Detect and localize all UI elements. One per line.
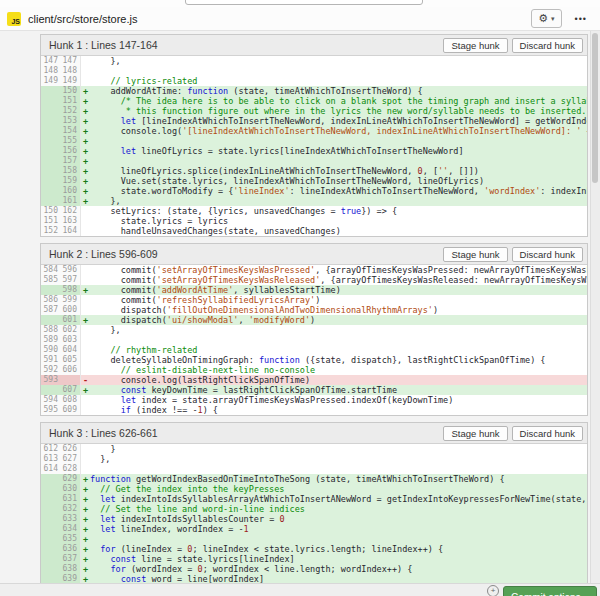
diff-line[interactable]: 152 164 handleUnsavedChanges(state, unsa… <box>41 226 587 236</box>
code-text: // rhythm-related <box>90 345 587 355</box>
diff-line[interactable]: 614 628 <box>41 464 587 474</box>
ellipsis-icon: ••• <box>575 14 587 24</box>
diff-line[interactable]: 156 + let lineOfLyrics = state.lyrics[li… <box>41 146 587 156</box>
diff-line[interactable]: 155 + <box>41 136 587 146</box>
new-line-number: 597 <box>61 275 81 285</box>
stage-hunk-button[interactable]: Stage hunk <box>443 426 507 441</box>
diff-line[interactable]: 601 + dispatch('ui/showModal', 'modifyWo… <box>41 315 587 325</box>
discard-hunk-button[interactable]: Discard hunk <box>512 38 583 53</box>
new-line-number: 605 <box>61 355 81 365</box>
diff-line[interactable]: 160 + state.wordToModify = {'lineIndex':… <box>41 186 587 196</box>
new-line-number: 633 <box>61 514 81 524</box>
code-text: commit('addWordAtTime', syllablesStartTi… <box>90 285 587 295</box>
diff-line[interactable]: 629 + function getWordIndexBasedOnTimeIn… <box>41 474 587 484</box>
more-options-button[interactable]: ••• <box>569 14 593 24</box>
add-icon[interactable]: + <box>487 585 499 596</box>
diff-line[interactable]: 585 597 commit('setArrayOfTimesKeysWasRe… <box>41 275 587 285</box>
new-line-number: 148 <box>61 66 81 76</box>
new-line-number: 600 <box>61 305 81 315</box>
diff-line[interactable]: 151 + /* The idea here is to be able to … <box>41 96 587 106</box>
old-line-number: 148 <box>41 66 61 76</box>
diff-line[interactable]: 638 + for (wordIndex = 0; wordIndex < li… <box>41 564 587 574</box>
diff-line[interactable]: 612 626 } <box>41 444 587 454</box>
diff-marker <box>81 454 90 464</box>
stage-hunk-button[interactable]: Stage hunk <box>443 247 507 262</box>
diff-line[interactable]: 593 - console.log(lastRightClickSpanOfTi… <box>41 375 587 385</box>
diff-line[interactable]: 588 602 }, <box>41 325 587 335</box>
old-line-number <box>41 474 61 484</box>
old-line-number <box>41 156 61 166</box>
diff-line[interactable]: 633 + let indexIntoIdsSyllablesCounter =… <box>41 514 587 524</box>
gear-icon: ⚙ <box>538 12 548 25</box>
diff-marker: + <box>81 494 90 504</box>
diff-marker: + <box>81 196 90 206</box>
diff-settings-button[interactable]: ⚙ ▾ <box>531 9 561 28</box>
diff-line[interactable]: 152 + * this function figure out where i… <box>41 106 587 116</box>
discard-hunk-button[interactable]: Discard hunk <box>512 426 583 441</box>
diff-line[interactable]: 613 627 }, <box>41 454 587 464</box>
diff-line[interactable]: 630 + // Get the index into the keyPress… <box>41 484 587 494</box>
code-text: } <box>90 444 587 454</box>
new-line-number: 152 <box>61 106 81 116</box>
diff-line[interactable]: 147 147 }, <box>41 56 587 66</box>
diff-line[interactable]: 158 + lineOfLyrics.splice(indexInLineAtW… <box>41 166 587 176</box>
diff-line[interactable]: 148 148 <box>41 66 587 76</box>
diff-line[interactable]: 150 162 setLyrics: (state, {lyrics, unsa… <box>41 206 587 216</box>
search-input[interactable] <box>185 0 423 5</box>
diff-line[interactable]: 607 + const keyDownTime = lastRightClick… <box>41 385 587 395</box>
diff-line[interactable]: 154 + console.log('[lineIndexAtWhichToIn… <box>41 126 587 136</box>
diff-line[interactable]: 598 + commit('addWordAtTime', syllablesS… <box>41 285 587 295</box>
diff-line[interactable]: 151 163 state.lyrics = lyrics <box>41 216 587 226</box>
diff-marker <box>81 76 90 86</box>
diff-marker: + <box>81 484 90 494</box>
diff-line[interactable]: 161 + }, <box>41 196 587 206</box>
diff-line[interactable]: 595 609 if (index !== -1) { <box>41 405 587 415</box>
old-line-number <box>41 564 61 574</box>
diff-line[interactable]: 637 + const line = state.lyrics[lineInde… <box>41 554 587 564</box>
code-text: const word = line[wordIndex] <box>90 574 587 583</box>
old-line-number <box>41 146 61 156</box>
scrollbar-thumb[interactable] <box>592 33 598 183</box>
diff-line[interactable]: 587 600 dispatch('fillOutOneDimensionalA… <box>41 305 587 315</box>
hunk-card: Hunk 3 : Lines 626-661 Stage hunk Discar… <box>40 422 588 583</box>
diff-line[interactable]: 639 + const word = line[wordIndex] <box>41 574 587 583</box>
hunk-header: Hunk 1 : Lines 147-164 Stage hunk Discar… <box>41 35 587 56</box>
new-line-number: 627 <box>61 454 81 464</box>
diff-marker <box>81 206 90 216</box>
diff-line[interactable]: 590 604 // rhythm-related <box>41 345 587 355</box>
diff-line[interactable]: 159 + Vue.set(state.lyrics, lineIndexAtW… <box>41 176 587 186</box>
diff-line[interactable]: 149 149 // lyrics-related <box>41 76 587 86</box>
new-line-number: 596 <box>61 265 81 275</box>
diff-line[interactable]: 153 + let [lineIndexAtWhichToInsertTheNe… <box>41 116 587 126</box>
old-line-number: 594 <box>41 395 61 405</box>
old-line-number <box>41 554 61 564</box>
new-line-number: 609 <box>61 405 81 415</box>
diff-marker <box>81 305 90 315</box>
commit-options-button[interactable]: Commit options... <box>503 586 597 596</box>
old-line-number: 587 <box>41 305 61 315</box>
diff-line[interactable]: 586 599 commit('refreshSyllabifiedLyrics… <box>41 295 587 305</box>
diff-line[interactable]: 592 606 // eslint-disable-next-line no-c… <box>41 365 587 375</box>
diff-line[interactable]: 636 + for (lineIndex = 0; lineIndex < st… <box>41 544 587 554</box>
diff-viewer-window: JS client/src/store/store.js ⚙ ▾ ••• Hun… <box>0 0 600 596</box>
old-line-number <box>41 166 61 176</box>
diff-line[interactable]: 594 608 let index = state.arrayOfTimesKe… <box>41 395 587 405</box>
old-line-number <box>41 116 61 126</box>
diff-line[interactable]: 157 + <box>41 156 587 166</box>
diff-line[interactable]: 634 + let lineIndex, wordIndex = -1 <box>41 524 587 534</box>
old-line-number <box>41 196 61 206</box>
diff-line[interactable]: 589 603 <box>41 335 587 345</box>
diff-line[interactable]: 584 596 commit('setArrayOfTimesKeysWasPr… <box>41 265 587 275</box>
diff-line[interactable]: 631 + let indexIntoIdsSyllablesArrayAtWh… <box>41 494 587 504</box>
discard-hunk-button[interactable]: Discard hunk <box>512 247 583 262</box>
diff-line[interactable]: 632 + // Set the line and word-in-line i… <box>41 504 587 514</box>
old-line-number: 614 <box>41 464 61 474</box>
diff-line[interactable]: 591 605 deleteSyllableOnTimingGraph: fun… <box>41 355 587 365</box>
diff-line[interactable]: 150 + addWordAtTime: function (state, ti… <box>41 86 587 96</box>
diff-line[interactable]: 635 + <box>41 534 587 544</box>
vertical-scrollbar[interactable] <box>590 31 600 583</box>
stage-hunk-button[interactable]: Stage hunk <box>443 38 507 53</box>
new-line-number: 157 <box>61 156 81 166</box>
code-text: lineOfLyrics.splice(indexInLineAtWhichTo… <box>90 166 587 176</box>
diff-marker: + <box>81 166 90 176</box>
